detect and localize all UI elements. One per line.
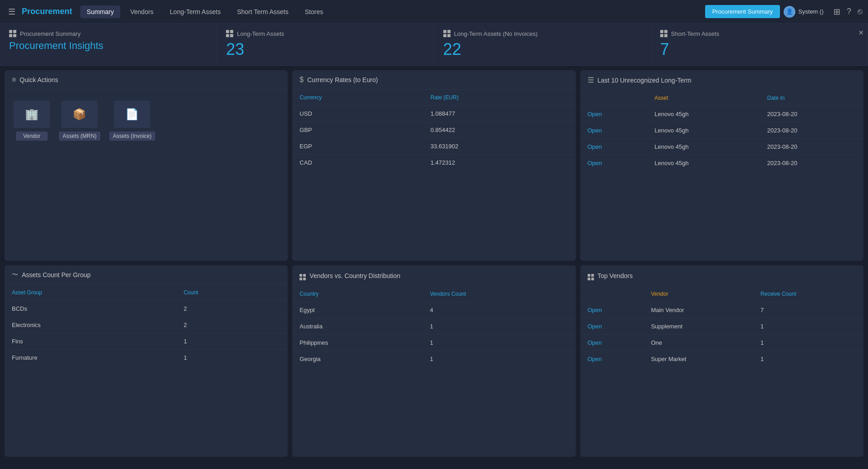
group-cell: Fins [5, 333, 177, 350]
top-vendors-vendor-col: Vendor [644, 286, 753, 302]
nav-tab-longterm[interactable]: Long-Term Assets [163, 5, 227, 18]
vendors-country-body: Country Vendors Count Egypt4Australia1Ph… [292, 286, 575, 457]
nav-tab-vendors[interactable]: Vendors [124, 5, 160, 18]
qa-assets-invoice[interactable]: 📄 Assets (Invoice) [109, 101, 155, 141]
vendors-country-title: Vendors vs. Country Distribution [309, 272, 400, 279]
vendors-country-icon [299, 271, 306, 280]
header-card-label-1: Procurement Summary [9, 30, 207, 37]
brand-logo: Procurement [22, 7, 72, 16]
vendor-cell: Supplement [644, 318, 753, 335]
country-cell: Georgia [292, 351, 422, 367]
table-row: Australia1 [292, 318, 575, 335]
close-button[interactable]: × [858, 28, 863, 38]
vendors-count-cell: 1 [422, 335, 575, 351]
unrecognized-table: Asset Date In OpenLenovo 45gh2023-08-20O… [580, 90, 863, 171]
top-vendors-count-col: Receive Count [753, 286, 863, 302]
header-card-3-label: Long-Term Assets (No Invoices) [454, 30, 538, 37]
unrecognized-panel: ☰ Last 10 Unrecognized Long-Term Asset D… [580, 70, 863, 261]
currency-cell: EGP [292, 138, 423, 155]
vendor-cell: Super Market [644, 351, 753, 367]
user-label: System () [798, 8, 824, 15]
country-cell: Australia [292, 318, 422, 335]
help-icon[interactable]: ? [847, 7, 851, 16]
asset-cell: Lenovo 45gh [647, 106, 760, 122]
logout-icon[interactable]: ⎋ [858, 7, 863, 16]
qa-vendor-icon: 🏢 [14, 101, 50, 128]
top-navigation: ☰ Procurement Summary Vendors Long-Term … [0, 0, 868, 24]
vendors-count-cell: 1 [422, 318, 575, 335]
qa-assets-mrn[interactable]: 📦 Assets (MRN) [59, 101, 100, 141]
procurement-summary-button[interactable]: Procurement Summary [705, 5, 780, 18]
status-cell: Open [580, 139, 647, 155]
rate-cell: 1.472312 [423, 155, 576, 171]
count-col-header: Count [177, 285, 288, 301]
table-row: OpenLenovo 45gh2023-08-20 [580, 139, 863, 155]
grid-icon-1 [9, 30, 16, 37]
count-cell: 2 [177, 317, 288, 333]
asset-cell: Lenovo 45gh [647, 122, 760, 139]
unrecognized-status-col [580, 90, 647, 106]
grid-icon-2 [226, 30, 233, 37]
assets-count-table: Asset Group Count BCDs2Electronics2Fins1… [5, 285, 288, 366]
table-row: EGP33.631902 [292, 138, 575, 155]
quick-actions-title: Quick Actions [20, 76, 58, 83]
quick-actions-panel: ≡ Quick Actions 🏢 Vendor 📦 Assets (MRN) … [5, 70, 288, 261]
count-cell: 1 [177, 350, 288, 366]
nav-tab-summary[interactable]: Summary [80, 5, 120, 18]
header-card-1-label: Procurement Summary [20, 30, 81, 37]
hamburger-menu[interactable]: ☰ [5, 4, 18, 20]
currency-rates-table: Currency Rate (EUR) USD1.088477GBP0.8544… [292, 90, 575, 171]
header-card-longterm-noinvoice: Long-Term Assets (No Invoices) 22 [434, 24, 651, 65]
country-cell: Philippines [292, 335, 422, 351]
receive-count-cell: 1 [753, 318, 863, 335]
quick-actions-grid: 🏢 Vendor 📦 Assets (MRN) 📄 Assets (Invoic… [5, 90, 288, 151]
group-cell: Electronics [5, 317, 177, 333]
status-cell: Open [580, 302, 644, 318]
qa-invoice-label: Assets (Invoice) [109, 132, 155, 141]
nav-tab-stores[interactable]: Stores [299, 5, 329, 18]
unrecognized-icon: ☰ [588, 76, 594, 84]
date-cell: 2023-08-20 [760, 106, 863, 122]
table-row: OpenLenovo 45gh2023-08-20 [580, 106, 863, 122]
qa-vendor[interactable]: 🏢 Vendor [14, 101, 50, 141]
group-cell: BCDs [5, 301, 177, 317]
country-col-header: Country [292, 286, 422, 302]
nav-action-icons: ⊞ ? ⎋ [834, 7, 863, 17]
qa-mrn-icon: 📦 [61, 101, 98, 128]
header-card-label-3: Long-Term Assets (No Invoices) [443, 30, 642, 37]
count-cell: 1 [177, 333, 288, 350]
currency-col-header: Currency [292, 90, 423, 106]
assets-count-panel: 〜 Assets Count Per Group Asset Group Cou… [5, 265, 288, 457]
count-cell: 2 [177, 301, 288, 317]
header-cards: Procurement Summary Procurement Insights… [0, 24, 868, 66]
currency-rates-header: $ Currency Rates (to Euro) [292, 70, 575, 90]
currency-cell: USD [292, 106, 423, 122]
top-vendors-body: Vendor Receive Count OpenMain Vendor7Ope… [580, 286, 863, 457]
rate-cell: 0.854422 [423, 122, 576, 138]
qa-vendor-label: Vendor [16, 132, 48, 141]
vendors-country-header: Vendors vs. Country Distribution [292, 265, 575, 286]
unrecognized-body: Asset Date In OpenLenovo 45gh2023-08-20O… [580, 90, 863, 261]
date-cell: 2023-08-20 [760, 155, 863, 171]
trend-icon: 〜 [12, 271, 18, 279]
vendors-country-panel: Vendors vs. Country Distribution Country… [292, 265, 575, 457]
vendor-cell: Main Vendor [644, 302, 753, 318]
table-row: OpenLenovo 45gh2023-08-20 [580, 155, 863, 171]
user-menu[interactable]: 👤 System () [784, 6, 824, 18]
header-card-label-4: Short-Term Assets [660, 30, 858, 37]
table-row: Fins1 [5, 333, 288, 350]
top-vendors-title: Top Vendors [598, 272, 633, 279]
qa-mrn-label: Assets (MRN) [59, 132, 100, 141]
table-row: Furnature1 [5, 350, 288, 366]
header-card-procurement-summary: Procurement Summary Procurement Insights [0, 24, 217, 65]
date-cell: 2023-08-20 [760, 122, 863, 139]
top-vendors-table: Vendor Receive Count OpenMain Vendor7Ope… [580, 286, 863, 367]
receive-count-cell: 1 [753, 335, 863, 351]
nav-tab-shortterm[interactable]: Short Term Assets [230, 5, 294, 18]
table-row: Georgia1 [292, 351, 575, 367]
main-content: ≡ Quick Actions 🏢 Vendor 📦 Assets (MRN) … [0, 66, 868, 461]
top-vendors-header: Top Vendors [580, 265, 863, 286]
grid-view-icon[interactable]: ⊞ [834, 7, 840, 17]
longterm-noinvoice-count: 22 [443, 40, 642, 59]
status-cell: Open [580, 335, 644, 351]
